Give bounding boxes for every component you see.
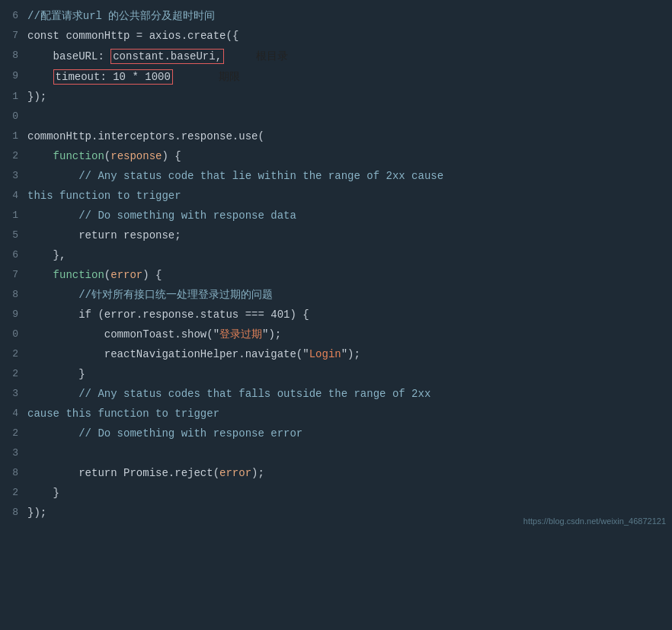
line-num-29: 8 bbox=[0, 463, 27, 483]
code-content-20: //针对所有接口统一处理登录过期的问题 bbox=[27, 285, 666, 305]
code-line-7: 7 const commonHttp = axios.create({ bbox=[0, 26, 672, 46]
code-line-27: 2 // Do something with response error bbox=[0, 424, 672, 443]
code-line-13: 2 function(response) { bbox=[0, 146, 672, 166]
code-content-26: cause this function to trigger bbox=[27, 404, 666, 424]
line-num-10: 1 bbox=[0, 87, 27, 107]
code-line-23: 2 reactNavigationHelper.navigate("Login"… bbox=[0, 344, 672, 364]
code-content-16: // Do something with response data bbox=[27, 206, 666, 225]
code-content-15: this function to trigger bbox=[27, 186, 666, 206]
line-num-7: 7 bbox=[0, 26, 27, 46]
code-line-15: 4 this function to trigger bbox=[0, 186, 672, 206]
line-num-empty1: 0 bbox=[0, 107, 27, 126]
line-num-27: 2 bbox=[0, 424, 27, 443]
annotation-genmulu: 根目录 bbox=[256, 50, 288, 62]
code-content-10: }); bbox=[27, 87, 666, 107]
code-line-24: 2 } bbox=[0, 364, 672, 384]
line-num-26: 4 bbox=[0, 404, 27, 424]
line-num-6: 6 bbox=[0, 6, 27, 26]
code-content-23: reactNavigationHelper.navigate("Login"); bbox=[27, 344, 666, 364]
code-content-21: if (error.response.status === 401) { bbox=[27, 305, 666, 325]
code-line-6: 6 //配置请求url 的公共部分及超时时间 bbox=[0, 6, 672, 26]
line-num-24: 2 bbox=[0, 364, 27, 384]
code-content-22: commonToast.show("登录过期"); bbox=[27, 325, 666, 344]
code-content-27: // Do something with response error bbox=[27, 424, 666, 443]
code-line-9: 9 timeout: 10 * 1000期限 bbox=[0, 66, 672, 87]
line-num-31: 8 bbox=[0, 503, 27, 523]
code-line-17: 5 return response; bbox=[0, 225, 672, 245]
line-num-23: 2 bbox=[0, 344, 27, 364]
code-line-22: 0 commonToast.show("登录过期"); bbox=[0, 325, 672, 344]
line-num-8: 8 bbox=[0, 46, 27, 66]
line-num-9: 9 bbox=[0, 66, 27, 86]
line-num-20: 8 bbox=[0, 285, 27, 305]
code-line-25: 3 // Any status codes that falls outside… bbox=[0, 384, 672, 404]
code-line-21: 9 if (error.response.status === 401) { bbox=[0, 305, 672, 325]
code-line-18: 6 }, bbox=[0, 245, 672, 265]
comment-cn-1: //配置请求url 的公共部分及超时时间 bbox=[27, 10, 215, 22]
line-num-13: 2 bbox=[0, 146, 27, 166]
highlight-base-url: constant.baseUri, bbox=[110, 49, 224, 64]
code-content-7: const commonHttp = axios.create({ bbox=[27, 26, 666, 46]
code-content-18: }, bbox=[27, 245, 666, 265]
code-line-14: 3 // Any status code that lie within the… bbox=[0, 166, 672, 186]
code-line-26: 4 cause this function to trigger bbox=[0, 404, 672, 424]
code-line-30: 2 } bbox=[0, 483, 672, 503]
code-content-8: baseURL: constant.baseUri, 根目录 bbox=[27, 46, 666, 66]
code-content-24: } bbox=[27, 364, 666, 384]
code-content-29: return Promise.reject(error); bbox=[27, 463, 666, 483]
highlight-timeout: timeout: 10 * 1000 bbox=[53, 69, 173, 85]
code-content-14: // Any status code that lie within the r… bbox=[27, 166, 666, 186]
line-num-17: 5 bbox=[0, 225, 27, 245]
line-num-22: 0 bbox=[0, 325, 27, 344]
code-content-6: //配置请求url 的公共部分及超时时间 bbox=[27, 6, 666, 26]
line-num-21: 9 bbox=[0, 305, 27, 325]
code-content-13: function(response) { bbox=[27, 146, 666, 166]
code-line-16: 1 // Do something with response data bbox=[0, 206, 672, 225]
code-line-empty2: 3 bbox=[0, 443, 672, 463]
code-line-10: 1 }); bbox=[0, 87, 672, 107]
code-line-29: 8 return Promise.reject(error); bbox=[0, 463, 672, 483]
watermark: https://blog.csdn.net/weixin_46872121 bbox=[523, 516, 666, 526]
code-line-12: 1 commonHttp.interceptors.response.use( bbox=[0, 126, 672, 146]
code-content-12: commonHttp.interceptors.response.use( bbox=[27, 126, 666, 146]
line-num-15: 4 bbox=[0, 186, 27, 206]
code-line-8: 8 baseURL: constant.baseUri, 根目录 bbox=[0, 46, 672, 66]
code-content-30: } bbox=[27, 483, 666, 503]
annotation-qixian: 期限 bbox=[219, 70, 240, 82]
code-content-9: timeout: 10 * 1000期限 bbox=[27, 66, 666, 87]
line-num-19: 7 bbox=[0, 265, 27, 285]
line-num-14: 3 bbox=[0, 166, 27, 186]
line-num-empty2: 3 bbox=[0, 443, 27, 463]
line-num-12: 1 bbox=[0, 126, 27, 146]
code-line-empty1: 0 bbox=[0, 107, 672, 126]
line-num-18: 6 bbox=[0, 245, 27, 265]
code-container: 6 //配置请求url 的公共部分及超时时间 7 const commonHtt… bbox=[0, 0, 672, 529]
line-num-25: 3 bbox=[0, 384, 27, 404]
line-num-30: 2 bbox=[0, 483, 27, 503]
code-content-17: return response; bbox=[27, 225, 666, 245]
code-content-19: function(error) { bbox=[27, 265, 666, 285]
code-line-20: 8 //针对所有接口统一处理登录过期的问题 bbox=[0, 285, 672, 305]
line-num-16: 1 bbox=[0, 206, 27, 225]
code-content-25: // Any status codes that falls outside t… bbox=[27, 384, 666, 404]
code-line-19: 7 function(error) { bbox=[0, 265, 672, 285]
